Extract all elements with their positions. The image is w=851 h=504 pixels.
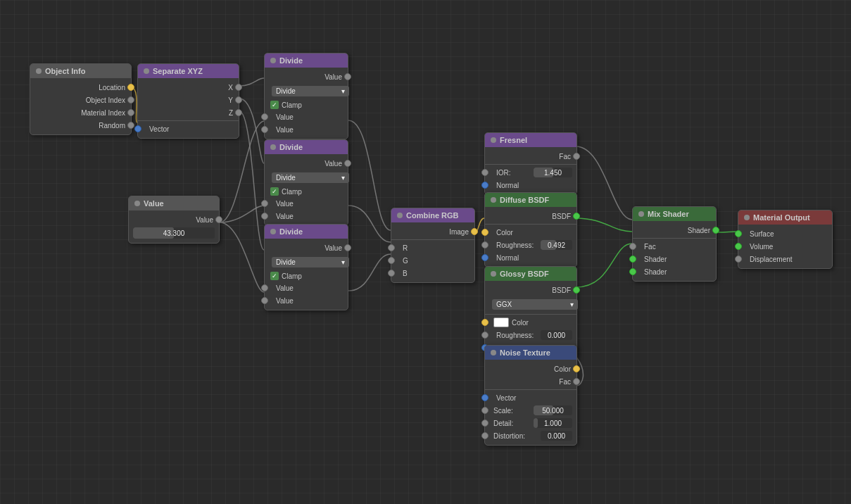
node-glossy-roughness-in: Roughness: 0.000 xyxy=(485,329,576,341)
socket-divide1-in1[interactable] xyxy=(261,113,268,120)
socket-mix-fac-in[interactable] xyxy=(629,243,636,250)
socket-displacement-in[interactable] xyxy=(735,256,742,263)
socket-noise-color-out[interactable] xyxy=(573,365,580,372)
node-noise-color-out: Color xyxy=(485,363,576,375)
node-separate-xyz[interactable]: Separate XYZ X Y Z Vector xyxy=(137,63,239,139)
socket-object-index-out[interactable] xyxy=(127,96,134,103)
divide-3-clamp-row[interactable]: Clamp xyxy=(265,270,348,282)
glossy-roughness-slider[interactable]: 0.000 xyxy=(541,330,572,340)
socket-r-in[interactable] xyxy=(388,244,395,251)
socket-vector-in[interactable] xyxy=(134,125,141,132)
noise-distortion-slider[interactable]: 0.000 xyxy=(541,431,572,441)
socket-diffuse-normal-in[interactable] xyxy=(481,254,488,261)
socket-b-in[interactable] xyxy=(388,270,395,277)
divide-2-dropdown[interactable]: Divide ▾ xyxy=(272,172,349,183)
socket-z-out[interactable] xyxy=(235,109,242,116)
node-fresnel-fac-out: Fac xyxy=(485,150,576,163)
node-value[interactable]: Value Value 43.300 xyxy=(128,196,220,244)
socket-ior-in[interactable] xyxy=(481,169,488,176)
noise-detail-slider[interactable]: 1.000 xyxy=(534,418,572,428)
socket-divide3-in1[interactable] xyxy=(261,284,268,291)
socket-divide2-in2[interactable] xyxy=(261,213,268,220)
node-fresnel-normal-in: Normal xyxy=(485,179,576,191)
socket-noise-detail-in[interactable] xyxy=(481,420,488,427)
node-combine-rgb-image-out: Image xyxy=(391,225,474,238)
divide-2-clamp-row[interactable]: Clamp xyxy=(265,186,348,197)
socket-mix-shader-out[interactable] xyxy=(712,227,719,234)
socket-y-out[interactable] xyxy=(235,96,242,103)
glossy-dropdown[interactable]: GGX ▾ xyxy=(492,299,578,310)
socket-diffuse-color-in[interactable] xyxy=(481,229,488,236)
socket-noise-distortion-in[interactable] xyxy=(481,432,488,439)
node-diffuse-color-in: Color xyxy=(485,226,576,239)
socket-mix-shader1-in[interactable] xyxy=(629,256,636,263)
socket-divide2-in1[interactable] xyxy=(261,200,268,207)
node-object-info[interactable]: Object Info Location Object Index Materi… xyxy=(30,63,132,135)
value-slider[interactable]: 43.300 xyxy=(133,227,215,239)
node-combine-rgb[interactable]: Combine RGB Image R G B xyxy=(391,208,475,283)
socket-diffuse-bsdf-out[interactable] xyxy=(573,213,580,220)
node-noise-scale-in: Scale: 50.000 xyxy=(485,404,576,417)
socket-glossy-color-in[interactable] xyxy=(481,319,488,326)
node-output-object-index: Object Index xyxy=(30,94,131,106)
node-fresnel[interactable]: Fresnel Fac IOR: 1.450 Normal xyxy=(484,132,577,195)
socket-divide3-in2[interactable] xyxy=(261,297,268,304)
ior-slider[interactable]: 1.450 xyxy=(534,168,572,177)
socket-surface-in[interactable] xyxy=(735,230,742,237)
node-divide-1[interactable]: Divide Value Divide ▾ Clamp Value xyxy=(264,53,348,139)
divide-3-dropdown[interactable]: Divide ▾ xyxy=(272,257,349,267)
node-divide-1-header: Divide xyxy=(265,53,348,68)
socket-noise-scale-in[interactable] xyxy=(481,407,488,414)
node-divide-2[interactable]: Divide Value Divide ▾ Clamp Value xyxy=(264,139,348,226)
node-diffuse-bsdf-title: Diffuse BSDF xyxy=(500,196,549,204)
socket-divide2-out[interactable] xyxy=(344,160,351,167)
node-diffuse-bsdf[interactable]: Diffuse BSDF BSDF Color Roughness: 0.492 xyxy=(484,192,577,267)
socket-noise-fac-out[interactable] xyxy=(573,378,580,385)
node-output-y: Y xyxy=(138,94,239,106)
socket-glossy-bsdf-out[interactable] xyxy=(573,286,580,294)
socket-x-out[interactable] xyxy=(235,84,242,91)
node-value-title: Value xyxy=(144,199,164,208)
node-mix-shader-header: Mix Shader xyxy=(633,207,716,221)
node-fresnel-ior-in: IOR: 1.450 xyxy=(485,166,576,179)
divide-2-clamp-checkbox[interactable] xyxy=(270,187,279,196)
divide-2-dropdown-row[interactable]: Divide ▾ xyxy=(265,170,348,186)
socket-random-out[interactable] xyxy=(127,122,134,129)
socket-material-index-out[interactable] xyxy=(127,109,134,116)
node-glossy-bsdf[interactable]: Glossy BSDF BSDF GGX ▾ Color Roughne xyxy=(484,266,577,358)
socket-fresnel-fac-out[interactable] xyxy=(573,153,580,160)
node-noise-distortion-in: Distortion: 0.000 xyxy=(485,429,576,442)
node-noise-texture[interactable]: Noise Texture Color Fac Vector Scale: xyxy=(484,345,577,446)
node-editor-viewport[interactable]: Object Info Location Object Index Materi… xyxy=(0,0,851,504)
divide-1-clamp-checkbox[interactable] xyxy=(270,101,279,109)
socket-value-out[interactable] xyxy=(215,216,222,223)
divide-1-dropdown[interactable]: Divide ▾ xyxy=(272,86,349,96)
socket-fresnel-normal-in[interactable] xyxy=(481,182,488,189)
socket-mix-shader2-in[interactable] xyxy=(629,268,636,275)
divide-1-clamp-row[interactable]: Clamp xyxy=(265,99,348,111)
socket-g-in[interactable] xyxy=(388,257,395,264)
noise-scale-slider[interactable]: 50.000 xyxy=(534,405,572,415)
glossy-dropdown-row[interactable]: GGX ▾ xyxy=(485,296,576,313)
diffuse-roughness-slider[interactable]: 0.492 xyxy=(541,240,572,250)
divide-3-clamp-checkbox[interactable] xyxy=(270,272,279,280)
socket-noise-vector-in[interactable] xyxy=(481,394,488,401)
socket-divide1-in2[interactable] xyxy=(261,126,268,133)
glossy-color-swatch[interactable] xyxy=(493,317,509,327)
socket-glossy-roughness-in[interactable] xyxy=(481,332,488,339)
node-mix-shader1-in: Shader xyxy=(633,253,716,265)
socket-volume-in[interactable] xyxy=(735,243,742,250)
node-mix-shader[interactable]: Mix Shader Shader Fac Shader Shader xyxy=(632,206,717,282)
divide-3-dropdown-row[interactable]: Divide ▾ xyxy=(265,254,348,270)
divide-1-dropdown-row[interactable]: Divide ▾ xyxy=(265,83,348,99)
node-divide-3[interactable]: Divide Value Divide ▾ Clamp Value xyxy=(264,224,348,310)
node-output-material-index: Material Index xyxy=(30,106,131,119)
socket-image-out[interactable] xyxy=(471,228,478,235)
divide-1-input-value2: Value xyxy=(265,123,348,136)
socket-diffuse-roughness-in[interactable] xyxy=(481,241,488,248)
socket-location-out[interactable] xyxy=(127,84,134,91)
socket-divide1-out[interactable] xyxy=(344,73,351,80)
divide-3-input-value2: Value xyxy=(265,294,348,307)
node-material-output[interactable]: Material Output Surface Volume Displacem… xyxy=(738,210,833,269)
socket-divide3-out[interactable] xyxy=(344,244,351,251)
